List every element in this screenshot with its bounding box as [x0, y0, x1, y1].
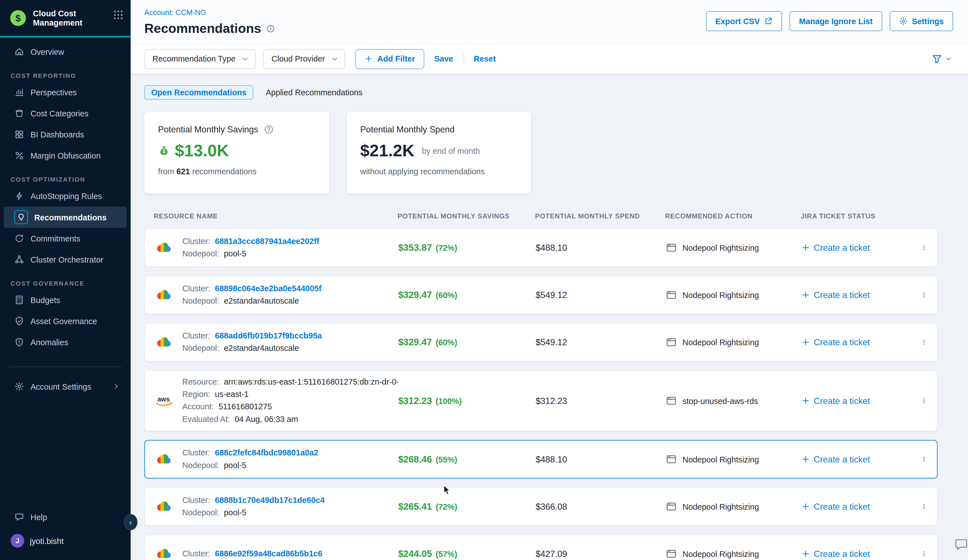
filter-panel-toggle[interactable] — [932, 53, 952, 65]
plus-icon — [801, 291, 810, 300]
resource-line: Evaluated At: 04 Aug, 06:33 am — [182, 413, 398, 426]
row-actions-menu[interactable] — [921, 546, 937, 560]
resource-line: Cluster: 6881a3ccc887941a4ee202ff — [182, 235, 398, 248]
tab-open-recommendations[interactable]: Open Recommendations — [144, 85, 254, 99]
cluster-link[interactable]: 6888b1c70e49db17c1de60c4 — [215, 495, 325, 505]
table-row[interactable]: Cluster: 68898c064e3e2ba0e544005fNodepoo… — [144, 276, 938, 314]
resource-line: Nodepool: e2standar4autoscale — [182, 295, 398, 307]
save-filter-button[interactable]: Save — [432, 54, 456, 63]
sidebar-item-account-settings[interactable]: Account Settings — [4, 376, 127, 397]
row-actions-menu[interactable] — [921, 287, 937, 303]
create-ticket-button[interactable]: Create a ticket — [801, 290, 907, 300]
user-menu[interactable]: J jyoti.bisht — [0, 528, 131, 554]
sidebar-item-bi-dashboards[interactable]: BI Dashboards — [4, 124, 127, 145]
create-ticket-button[interactable]: Create a ticket — [801, 337, 907, 347]
sidebar-item-cluster-orchestrator[interactable]: Cluster Orchestrator — [4, 249, 127, 270]
spend-value: $312.23 — [536, 396, 567, 406]
money-bag-icon — [158, 145, 170, 157]
create-ticket-button[interactable]: Create a ticket — [801, 502, 907, 511]
create-ticket-label: Create a ticket — [814, 243, 870, 252]
cloud-provider-dropdown[interactable]: Cloud Provider — [264, 49, 345, 69]
resource-label: Cluster: — [182, 284, 212, 293]
cluster-link[interactable]: 688c2fefc84fbdc99801a0a2 — [215, 448, 318, 457]
table-row[interactable]: Cluster: 6881a3ccc887941a4ee202ffNodepoo… — [144, 228, 938, 267]
cluster-link[interactable]: 68898c064e3e2ba0e544005f — [215, 284, 322, 293]
sidebar-item-asset-governance[interactable]: Asset Governance — [4, 311, 127, 332]
savings-percent: (57%) — [436, 550, 457, 559]
sidebar-item-label: Margin Obfuscation — [30, 151, 101, 160]
create-ticket-button[interactable]: Create a ticket — [801, 396, 907, 406]
sidebar-item-cost-categories[interactable]: Cost Categories — [4, 103, 127, 124]
create-ticket-button[interactable]: Create a ticket — [801, 549, 907, 558]
export-csv-button[interactable]: Export CSV — [706, 11, 782, 31]
resource-label: Nodepool: — [182, 508, 222, 517]
filter-bar: Recommendation Type Cloud Provider Add F… — [131, 43, 968, 74]
savings-cell: $353.87(72%) — [398, 242, 536, 253]
sidebar-item-budgets[interactable]: Budgets — [4, 289, 127, 310]
recommendation-type-dropdown[interactable]: Recommendation Type — [144, 49, 256, 69]
savings-from-suffix: recommendations — [192, 167, 257, 176]
sidebar-item-label: Commitments — [30, 234, 80, 243]
action-label: Nodepool Rightsizing — [683, 290, 759, 300]
add-filter-button[interactable]: Add Filter — [356, 49, 424, 69]
provider-cell — [145, 453, 182, 465]
create-ticket-button[interactable]: Create a ticket — [801, 454, 907, 464]
table-row[interactable]: Cluster: 688c2fefc84fbdc99801a0a2Nodepoo… — [144, 440, 938, 479]
sidebar-item-autostopping-rules[interactable]: AutoStopping Rules — [4, 186, 127, 207]
row-actions-menu[interactable] — [921, 393, 937, 409]
recommendations-icon — [14, 210, 28, 224]
commitments-icon — [14, 234, 24, 243]
sidebar-item-perspectives[interactable]: Perspectives — [4, 81, 127, 103]
cluster-link[interactable]: 688add6fb019b17f9bccb95a — [215, 331, 322, 340]
tab-applied-recommendations[interactable]: Applied Recommendations — [262, 85, 366, 99]
external-link-icon — [764, 17, 773, 26]
console-icon — [666, 242, 677, 253]
sidebar-item-label: BI Dashboards — [30, 130, 84, 139]
reset-filter-button[interactable]: Reset — [471, 54, 498, 63]
help-label: Help — [30, 512, 47, 522]
savings-amount: $329.47 — [398, 289, 432, 300]
sidebar-item-label: Cluster Orchestrator — [30, 255, 103, 264]
create-ticket-button[interactable]: Create a ticket — [801, 243, 907, 252]
gear-icon — [899, 17, 908, 26]
savings-amount: $312.23 — [398, 395, 432, 406]
sidebar-item-help[interactable]: Help — [4, 507, 127, 528]
sidebar-item-margin-obfuscation[interactable]: Margin Obfuscation — [4, 145, 127, 166]
resource-label: Cluster: — [182, 549, 212, 558]
spend-value: $21.2K — [360, 141, 414, 161]
sidebar-item-recommendations[interactable]: Recommendations — [4, 207, 127, 228]
app-window: $ Cloud Cost Management OverviewCOST REP… — [0, 0, 968, 560]
table-row[interactable]: Cluster: 6886e92f59a48cad86b5b1c6$244.05… — [144, 534, 938, 560]
sidebar-item-label: Cost Categories — [30, 109, 88, 118]
sidebar-collapse-button[interactable]: ‹ — [124, 514, 138, 530]
table-row[interactable]: awsResource: arn:aws:rds:us-east-1:51161… — [144, 370, 938, 431]
table-row[interactable]: Cluster: 688add6fb019b17f9bccb95aNodepoo… — [144, 323, 938, 361]
row-actions-menu[interactable] — [921, 334, 937, 351]
breadcrumb-account[interactable]: Account: CCM-NG — [144, 8, 206, 17]
info-icon[interactable] — [266, 24, 275, 33]
savings-amount: $329.47 — [398, 337, 432, 348]
cluster-link[interactable]: 6886e92f59a48cad86b5b1c6 — [215, 549, 322, 558]
divider — [463, 53, 464, 65]
sidebar-item-anomalies[interactable]: Anomalies — [4, 332, 127, 353]
provider-cell — [145, 500, 182, 513]
row-actions-menu[interactable] — [921, 240, 937, 256]
settings-button[interactable]: Settings — [890, 11, 953, 31]
filter-funnel-icon — [932, 53, 943, 65]
sidebar-item-overview[interactable]: Overview — [4, 41, 127, 62]
table-row[interactable]: Cluster: 6888b1c70e49db17c1de60c4Nodepoo… — [144, 487, 938, 526]
sidebar: $ Cloud Cost Management OverviewCOST REP… — [0, 0, 131, 560]
row-actions-menu[interactable] — [921, 451, 937, 467]
module-grid-icon[interactable] — [113, 10, 123, 20]
cluster-icon — [14, 254, 24, 264]
app-title-line1: Cloud Cost — [33, 9, 108, 18]
chevron-right-icon — [112, 382, 121, 391]
support-chat-icon[interactable] — [953, 537, 968, 553]
row-actions-menu[interactable] — [921, 499, 937, 515]
cluster-link[interactable]: 6881a3ccc887941a4ee202ff — [215, 237, 319, 246]
provider-cell: aws — [145, 394, 182, 407]
question-circle-icon[interactable] — [264, 124, 274, 134]
manage-ignore-list-button[interactable]: Manage Ignore List — [789, 11, 882, 31]
sidebar-item-commitments[interactable]: Commitments — [4, 228, 127, 249]
action-cell: Nodepool Rightsizing — [666, 242, 801, 253]
